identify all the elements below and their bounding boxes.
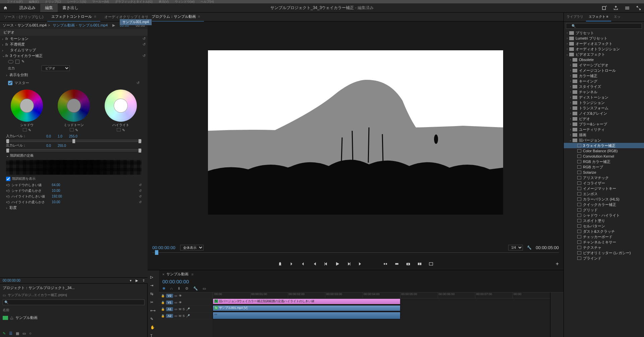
eyedropper-icon[interactable]: ✎	[28, 128, 31, 132]
master-reset-icon[interactable]: ↺	[137, 81, 140, 85]
camera-icon[interactable]	[406, 262, 411, 266]
mask-rect-icon[interactable]	[15, 60, 19, 64]
tree-row[interactable]: ダスト&スクラッチ	[564, 229, 644, 234]
sequence-link[interactable]: サンプル動画・サンプル001.mp4	[53, 23, 108, 28]
link-icon[interactable]: ∩	[170, 286, 173, 291]
param-row[interactable]: ›◷ハイライトの柔らかさ10.00↺	[0, 199, 148, 205]
tree-row[interactable]: ›ビデオ	[564, 116, 644, 121]
project-column-header[interactable]: 名前	[0, 306, 147, 314]
tree-row[interactable]: ⌄ビデオエフェクト	[564, 52, 644, 57]
pen-tool[interactable]: ✎	[150, 317, 156, 321]
share-icon[interactable]	[613, 5, 619, 11]
reset-icon[interactable]: ↺	[139, 189, 142, 192]
timeline-ruler[interactable]: :00:0000:00:01:0000:00:02:0000:00:03:000…	[213, 292, 550, 298]
input-level-slider[interactable]	[6, 140, 142, 142]
fx-opacity[interactable]: ›fx不透明度↺	[0, 42, 148, 47]
stopwatch-icon[interactable]: ◷	[7, 200, 10, 204]
tree-row[interactable]: カラーバランス (HLS)	[564, 196, 644, 202]
goto-in-icon[interactable]	[312, 262, 317, 266]
export-icon[interactable]: ⇪	[142, 279, 145, 282]
track-a2[interactable]: 🔒A2▭MS🎤	[159, 313, 213, 319]
tree-row[interactable]: ›ディストーション	[564, 95, 644, 100]
output-level-slider[interactable]	[6, 149, 142, 151]
tree-row[interactable]: チャンネルミキサー	[564, 239, 644, 245]
program-timebar[interactable]	[152, 252, 559, 259]
tree-row[interactable]: アリスマチック	[564, 175, 644, 180]
maximize-icon[interactable]	[636, 5, 641, 11]
eyedropper-icon[interactable]: ✎	[75, 128, 78, 132]
reset-icon[interactable]: ↺	[139, 194, 142, 198]
tree-row[interactable]: クイックカラー補正	[564, 202, 644, 207]
clip-effect[interactable]: fx旧バージョン3ウェイカラー補正階調範囲の定義ハイライトのしきい値	[213, 298, 400, 304]
source-clip-tab[interactable]: サンプル001.mp4	[119, 19, 152, 25]
in-point-icon[interactable]	[289, 262, 294, 266]
project-item[interactable]: ⧋サンプル動画	[0, 314, 147, 322]
add-button-icon[interactable]: +	[556, 261, 559, 267]
wrench-icon[interactable]: 🔧	[193, 286, 198, 291]
program-view[interactable]	[208, 50, 503, 215]
play-icon[interactable]: ▶	[136, 279, 138, 282]
tree-row[interactable]: エンボス	[564, 191, 644, 196]
tree-row[interactable]: ›オーディオエフェクト	[564, 41, 644, 46]
program-fit-select[interactable]: 全体表示	[180, 245, 204, 250]
step-fwd-icon[interactable]	[347, 262, 352, 266]
type-tool[interactable]: T	[150, 334, 156, 337]
workspace-edit[interactable]: 編集	[40, 4, 58, 12]
tree-row[interactable]: ›ブラー&シャープ	[564, 121, 644, 127]
extract-icon[interactable]	[394, 262, 399, 266]
tree-row[interactable]: RGB カラー補正	[564, 159, 644, 164]
tree-row[interactable]: ブラインド	[564, 256, 644, 261]
stopwatch-icon[interactable]: ◷	[7, 183, 10, 187]
timeline-tracks[interactable]: :00:0000:00:01:0000:00:02:0000:00:03:000…	[213, 292, 550, 337]
highlight-swatch[interactable]	[117, 128, 121, 131]
mask-pen-icon[interactable]: ✎	[21, 59, 24, 64]
tree-row[interactable]: ›キーイング	[564, 78, 644, 84]
timeline-tc[interactable]: 00:00:00:00	[159, 278, 564, 285]
tree-row[interactable]: Convolution Kernel	[564, 154, 644, 159]
hand-tool[interactable]: ✋	[150, 325, 156, 330]
playhead-icon[interactable]	[155, 250, 158, 255]
slip-tool[interactable]: ⟷	[150, 308, 156, 313]
param-row[interactable]: ›◷シャドウの柔らかさ10.00↺	[0, 188, 148, 193]
tree-row[interactable]: ›プリセット	[564, 30, 644, 36]
tree-row[interactable]: ›カラー補正	[564, 73, 644, 78]
tonal-strip[interactable]	[6, 160, 142, 175]
tree-row[interactable]: イコライザー	[564, 180, 644, 186]
home-icon[interactable]	[3, 6, 8, 10]
tree-row[interactable]: テクスチャ	[564, 245, 644, 250]
tree-row[interactable]: Solarize	[564, 170, 644, 175]
tree-row[interactable]: ›ノイズ&グレイン	[564, 111, 644, 116]
wrench-icon[interactable]: 🔧	[527, 245, 532, 250]
tree-row[interactable]: RGB カーブ	[564, 164, 644, 170]
tree-row[interactable]: ›オーディオトランジション	[564, 46, 644, 52]
icon-view-icon[interactable]: ▦	[16, 331, 19, 336]
tonal-def-row[interactable]: ⌄階調範囲の定義	[0, 152, 148, 159]
snap-icon[interactable]: ❄	[162, 286, 165, 291]
tree-row[interactable]: セルパターン	[564, 223, 644, 229]
track-v1[interactable]: 🔒V1▭👁	[159, 299, 213, 306]
lift-icon[interactable]	[383, 262, 388, 266]
filter-icon[interactable]: ▾	[130, 279, 131, 282]
fx-timeremap[interactable]: ›fxタイムリマップ	[0, 47, 148, 53]
workspace-menu-icon[interactable]	[625, 5, 630, 11]
tree-row[interactable]: グリッド	[564, 207, 644, 213]
split-view-row[interactable]: ›表示を分割	[0, 72, 148, 78]
master-checkbox[interactable]	[8, 81, 12, 85]
safe-margins-icon[interactable]	[429, 262, 433, 266]
track-a1[interactable]: 🔒A1▭MS🎤	[159, 306, 213, 313]
pencil-icon[interactable]: ✎	[3, 331, 6, 336]
midtone-wheel[interactable]	[58, 90, 90, 122]
show-tonal-checkbox[interactable]	[6, 177, 10, 181]
zoom-slider[interactable]: ○	[29, 331, 32, 336]
stopwatch-icon[interactable]: ◷	[7, 189, 10, 192]
reset-icon[interactable]: ↺	[139, 183, 142, 187]
tree-row[interactable]: ›ユーティリティ	[564, 127, 644, 132]
output-select[interactable]: ビデオ	[42, 65, 70, 71]
shadow-wheel[interactable]	[11, 90, 43, 122]
tree-row[interactable]: ›スタイライズ	[564, 84, 644, 89]
tab-essential[interactable]: エッ	[611, 13, 623, 21]
workspace-export[interactable]: 書き出し	[58, 4, 83, 12]
ripple-tool[interactable]: ⇆	[150, 292, 156, 296]
out-point-icon[interactable]	[301, 262, 305, 266]
param-row[interactable]: ›◷シャドウのしきい値64.00↺	[0, 182, 148, 188]
